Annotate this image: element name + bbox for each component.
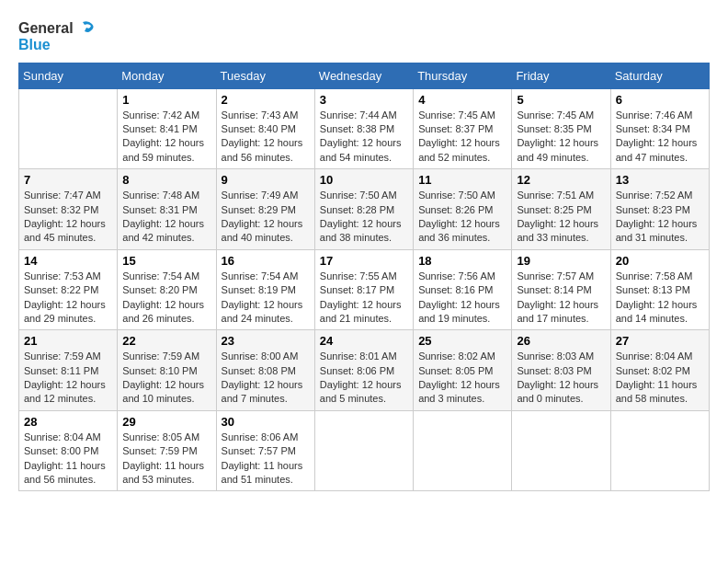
calendar-cell: 21Sunrise: 7:59 AM Sunset: 8:11 PM Dayli… <box>19 330 118 411</box>
calendar-cell: 30Sunrise: 8:06 AM Sunset: 7:57 PM Dayli… <box>216 410 314 491</box>
day-info: Sunrise: 8:03 AM Sunset: 8:03 PM Dayligh… <box>517 350 605 407</box>
day-number: 23 <box>222 334 310 348</box>
header-day-monday: Monday <box>118 63 216 88</box>
day-number: 6 <box>616 93 704 107</box>
calendar-week-row: 1Sunrise: 7:42 AM Sunset: 8:41 PM Daylig… <box>19 88 710 169</box>
calendar-cell: 3Sunrise: 7:44 AM Sunset: 8:38 PM Daylig… <box>314 88 413 169</box>
calendar-cell: 28Sunrise: 8:04 AM Sunset: 8:00 PM Dayli… <box>19 410 118 491</box>
header-day-saturday: Saturday <box>610 63 709 88</box>
calendar-cell: 4Sunrise: 7:45 AM Sunset: 8:37 PM Daylig… <box>414 88 512 169</box>
day-info: Sunrise: 7:58 AM Sunset: 8:13 PM Dayligh… <box>616 270 704 327</box>
calendar-cell: 25Sunrise: 8:02 AM Sunset: 8:05 PM Dayli… <box>414 330 512 411</box>
calendar-cell: 5Sunrise: 7:45 AM Sunset: 8:35 PM Daylig… <box>512 88 610 169</box>
day-info: Sunrise: 8:04 AM Sunset: 8:02 PM Dayligh… <box>616 350 704 407</box>
calendar-cell: 9Sunrise: 7:49 AM Sunset: 8:29 PM Daylig… <box>216 169 314 250</box>
calendar-week-row: 14Sunrise: 7:53 AM Sunset: 8:22 PM Dayli… <box>19 249 710 330</box>
day-info: Sunrise: 7:42 AM Sunset: 8:41 PM Dayligh… <box>122 109 210 166</box>
day-number: 28 <box>24 415 112 429</box>
calendar-cell: 14Sunrise: 7:53 AM Sunset: 8:22 PM Dayli… <box>19 249 118 330</box>
day-number: 14 <box>24 254 112 268</box>
day-number: 15 <box>122 254 210 268</box>
day-number: 11 <box>418 173 506 187</box>
day-info: Sunrise: 7:52 AM Sunset: 8:23 PM Dayligh… <box>616 189 704 246</box>
day-info: Sunrise: 7:55 AM Sunset: 8:17 PM Dayligh… <box>320 270 408 327</box>
day-number: 9 <box>222 173 310 187</box>
day-number: 24 <box>320 334 408 348</box>
calendar-cell: 1Sunrise: 7:42 AM Sunset: 8:41 PM Daylig… <box>118 88 216 169</box>
day-number: 13 <box>616 173 704 187</box>
day-info: Sunrise: 7:45 AM Sunset: 8:35 PM Dayligh… <box>517 109 605 166</box>
calendar-cell <box>610 410 709 491</box>
calendar-cell <box>512 410 610 491</box>
calendar-cell <box>414 410 512 491</box>
day-info: Sunrise: 7:47 AM Sunset: 8:32 PM Dayligh… <box>24 189 112 246</box>
day-info: Sunrise: 7:45 AM Sunset: 8:37 PM Dayligh… <box>418 109 506 166</box>
day-number: 7 <box>24 173 112 187</box>
day-number: 4 <box>418 93 506 107</box>
day-info: Sunrise: 7:54 AM Sunset: 8:19 PM Dayligh… <box>222 270 310 327</box>
calendar-cell: 20Sunrise: 7:58 AM Sunset: 8:13 PM Dayli… <box>610 249 709 330</box>
day-number: 5 <box>517 93 605 107</box>
calendar-cell: 23Sunrise: 8:00 AM Sunset: 8:08 PM Dayli… <box>216 330 314 411</box>
day-info: Sunrise: 7:50 AM Sunset: 8:26 PM Dayligh… <box>418 189 506 246</box>
day-info: Sunrise: 8:05 AM Sunset: 7:59 PM Dayligh… <box>122 431 210 488</box>
calendar-week-row: 21Sunrise: 7:59 AM Sunset: 8:11 PM Dayli… <box>19 330 710 411</box>
day-info: Sunrise: 7:50 AM Sunset: 8:28 PM Dayligh… <box>320 189 408 246</box>
header-day-wednesday: Wednesday <box>314 63 413 88</box>
calendar-cell: 22Sunrise: 7:59 AM Sunset: 8:10 PM Dayli… <box>118 330 216 411</box>
calendar-cell: 26Sunrise: 8:03 AM Sunset: 8:03 PM Dayli… <box>512 330 610 411</box>
day-info: Sunrise: 7:43 AM Sunset: 8:40 PM Dayligh… <box>222 109 310 166</box>
day-number: 22 <box>122 334 210 348</box>
day-number: 3 <box>320 93 408 107</box>
day-number: 20 <box>616 254 704 268</box>
header-day-sunday: Sunday <box>19 63 118 88</box>
page-header: General Blue <box>18 18 710 53</box>
day-info: Sunrise: 7:49 AM Sunset: 8:29 PM Dayligh… <box>222 189 310 246</box>
day-info: Sunrise: 7:57 AM Sunset: 8:14 PM Dayligh… <box>517 270 605 327</box>
calendar-cell: 2Sunrise: 7:43 AM Sunset: 8:40 PM Daylig… <box>216 88 314 169</box>
day-number: 18 <box>418 254 506 268</box>
day-info: Sunrise: 7:46 AM Sunset: 8:34 PM Dayligh… <box>616 109 704 166</box>
day-info: Sunrise: 7:53 AM Sunset: 8:22 PM Dayligh… <box>24 270 112 327</box>
logo-blue-text: Blue <box>18 37 51 53</box>
calendar-cell: 12Sunrise: 7:51 AM Sunset: 8:25 PM Dayli… <box>512 169 610 250</box>
header-day-friday: Friday <box>512 63 610 88</box>
day-number: 21 <box>24 334 112 348</box>
header-day-tuesday: Tuesday <box>216 63 314 88</box>
calendar-cell: 15Sunrise: 7:54 AM Sunset: 8:20 PM Dayli… <box>118 249 216 330</box>
calendar-cell: 19Sunrise: 7:57 AM Sunset: 8:14 PM Dayli… <box>512 249 610 330</box>
day-info: Sunrise: 8:06 AM Sunset: 7:57 PM Dayligh… <box>222 431 310 488</box>
day-number: 12 <box>517 173 605 187</box>
day-info: Sunrise: 7:59 AM Sunset: 8:11 PM Dayligh… <box>24 350 112 407</box>
calendar-cell: 13Sunrise: 7:52 AM Sunset: 8:23 PM Dayli… <box>610 169 709 250</box>
day-number: 29 <box>122 415 210 429</box>
header-row: SundayMondayTuesdayWednesdayThursdayFrid… <box>19 63 710 88</box>
day-info: Sunrise: 7:56 AM Sunset: 8:16 PM Dayligh… <box>418 270 506 327</box>
header-day-thursday: Thursday <box>414 63 512 88</box>
logo: General Blue <box>18 18 96 53</box>
day-info: Sunrise: 7:51 AM Sunset: 8:25 PM Dayligh… <box>517 189 605 246</box>
day-info: Sunrise: 7:59 AM Sunset: 8:10 PM Dayligh… <box>122 350 210 407</box>
calendar-cell <box>19 88 118 169</box>
day-info: Sunrise: 7:54 AM Sunset: 8:20 PM Dayligh… <box>122 270 210 327</box>
calendar-cell: 18Sunrise: 7:56 AM Sunset: 8:16 PM Dayli… <box>414 249 512 330</box>
calendar-cell: 27Sunrise: 8:04 AM Sunset: 8:02 PM Dayli… <box>610 330 709 411</box>
calendar-week-row: 28Sunrise: 8:04 AM Sunset: 8:00 PM Dayli… <box>19 410 710 491</box>
logo-bird-icon <box>75 18 96 39</box>
day-info: Sunrise: 8:02 AM Sunset: 8:05 PM Dayligh… <box>418 350 506 407</box>
day-number: 17 <box>320 254 408 268</box>
day-info: Sunrise: 8:00 AM Sunset: 8:08 PM Dayligh… <box>222 350 310 407</box>
day-info: Sunrise: 7:48 AM Sunset: 8:31 PM Dayligh… <box>122 189 210 246</box>
day-number: 30 <box>222 415 310 429</box>
calendar-cell: 6Sunrise: 7:46 AM Sunset: 8:34 PM Daylig… <box>610 88 709 169</box>
day-number: 16 <box>222 254 310 268</box>
day-info: Sunrise: 8:04 AM Sunset: 8:00 PM Dayligh… <box>24 431 112 488</box>
calendar-cell: 24Sunrise: 8:01 AM Sunset: 8:06 PM Dayli… <box>314 330 413 411</box>
calendar-cell: 29Sunrise: 8:05 AM Sunset: 7:59 PM Dayli… <box>118 410 216 491</box>
calendar-cell: 16Sunrise: 7:54 AM Sunset: 8:19 PM Dayli… <box>216 249 314 330</box>
logo-general-text: General <box>18 20 74 37</box>
calendar-cell: 8Sunrise: 7:48 AM Sunset: 8:31 PM Daylig… <box>118 169 216 250</box>
calendar-cell: 17Sunrise: 7:55 AM Sunset: 8:17 PM Dayli… <box>314 249 413 330</box>
day-number: 2 <box>222 93 310 107</box>
day-number: 10 <box>320 173 408 187</box>
